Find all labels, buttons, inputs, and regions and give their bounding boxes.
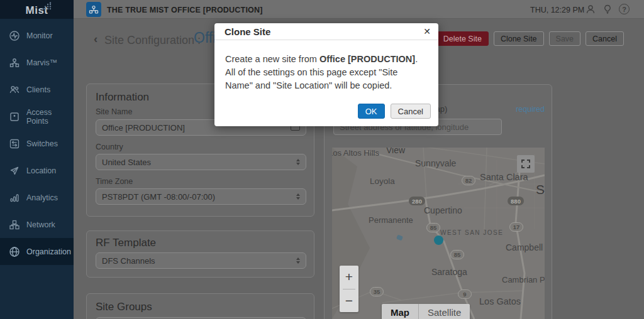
map-label-mountain-view-partial: View <box>386 148 405 155</box>
organization-icon <box>9 246 20 257</box>
whats-new-bulb-icon[interactable] <box>602 4 613 15</box>
site-location-map[interactable]: Los Altos Hills View Sunnyvale Loyola Sa… <box>332 148 545 319</box>
account-icon[interactable] <box>585 4 596 15</box>
map-label-san-jose-partial: S <box>536 182 545 197</box>
select-arrows-icon <box>296 257 300 264</box>
analytics-icon <box>9 192 20 203</box>
zoom-in-button[interactable]: + <box>340 266 358 289</box>
access-points-icon <box>9 111 20 122</box>
clone-site-modal: Clone Site ✕ Create a new site from Offi… <box>214 23 438 126</box>
clients-icon <box>9 84 20 95</box>
clone-site-button[interactable]: Clone Site <box>494 31 544 46</box>
route-badge-280: 280 <box>409 197 425 205</box>
page-title: Site Configuration : <box>104 34 201 47</box>
location-icon <box>9 165 20 176</box>
map-label-cupertino: Cupertino <box>424 205 462 215</box>
marvis-icon <box>9 57 20 68</box>
modal-title: Clone Site <box>225 26 270 37</box>
country-select[interactable]: United States <box>96 154 306 170</box>
map-label-los-gatos: Los Gatos <box>479 296 521 306</box>
sidebar-item-access-points[interactable]: Access Points <box>0 103 74 130</box>
route-badge-82: 82 <box>462 176 475 185</box>
sidebar-item-clients[interactable]: Clients <box>0 76 74 103</box>
route-badge-85: 85 <box>426 223 440 232</box>
route-badge-35: 35 <box>370 287 384 296</box>
sidebar-item-label: Location <box>26 166 56 175</box>
modal-buttons: OK Cancel <box>358 104 431 119</box>
timezone-value: PST8PDT (GMT -08:00/-07:00) <box>102 192 215 202</box>
map-label-permanente: Permanente <box>369 215 413 225</box>
map-label-loyola: Loyola <box>370 176 395 186</box>
sidebar-item-label: Analytics <box>26 193 58 202</box>
rf-template-select[interactable]: DFS Channels <box>96 252 306 269</box>
sidebar-item-marvis[interactable]: Marvis™ <box>0 49 74 76</box>
select-arrows-icon <box>296 159 300 165</box>
mist-logo-dots-icon <box>39 2 55 11</box>
sidebar-item-switches[interactable]: Switches <box>0 130 74 157</box>
map-label-saratoga: Saratoga <box>431 267 467 277</box>
sidebar-nav: Monitor Marvis™ Clients Access Points Sw… <box>0 22 74 265</box>
country-label: Country <box>96 143 123 151</box>
sidebar-item-organization[interactable]: Organization <box>0 238 74 265</box>
sidebar-item-label: Network <box>26 220 55 229</box>
modal-body-text: Create a new site from Office [PRODUCTIO… <box>214 40 438 92</box>
help-glyph: ? <box>622 6 626 13</box>
country-value: United States <box>102 158 151 167</box>
sidebar-item-monitor[interactable]: Monitor <box>0 22 74 49</box>
route-badge-85-south: 85 <box>450 250 464 259</box>
sidebar-item-label: Access Points <box>26 108 74 126</box>
sidebar-item-network[interactable]: Network <box>0 211 74 238</box>
map-label-sunnyvale: Sunnyvale <box>415 158 456 168</box>
modal-header: Clone Site ✕ <box>214 23 438 40</box>
close-icon[interactable]: ✕ <box>423 26 431 36</box>
help-icon[interactable]: ? <box>619 4 630 14</box>
header-clock: THU, 12:29 PM <box>530 6 584 14</box>
zoom-out-button[interactable]: − <box>340 289 358 313</box>
information-heading: Information <box>96 91 149 104</box>
back-chevron-icon[interactable]: ‹ <box>94 32 97 46</box>
map-view-button[interactable]: Map <box>382 304 419 319</box>
timezone-select[interactable]: PST8PDT (GMT -08:00/-07:00) <box>96 188 306 205</box>
rf-template-value: DFS Channels <box>102 256 155 266</box>
required-badge: required <box>491 105 545 114</box>
ok-button[interactable]: OK <box>358 104 385 119</box>
current-org-label[interactable]: THE TRUE MIST OFFICE [PRODUCTION] <box>107 6 263 14</box>
switches-icon <box>9 138 20 149</box>
map-label-santa-clara: Santa Clara <box>480 172 528 182</box>
save-button[interactable]: Save <box>549 31 581 46</box>
satellite-view-button[interactable]: Satellite <box>419 304 470 319</box>
sidebar-item-location[interactable]: Location <box>0 157 74 184</box>
sidebar: Mist Monitor Marvis™ Clients Access Poin… <box>0 0 74 319</box>
site-location-marker[interactable] <box>434 235 443 245</box>
site-name-label: Site Name <box>96 107 132 116</box>
sidebar-item-label: Switches <box>26 139 58 148</box>
network-icon <box>9 219 20 230</box>
sidebar-item-label: Marvis™ <box>26 58 57 67</box>
route-badge-17: 17 <box>509 222 523 232</box>
sidebar-item-analytics[interactable]: Analytics <box>0 184 74 211</box>
modal-text-site-name: Office [PRODUCTION] <box>319 54 415 64</box>
site-groups-heading: Site Groups <box>96 301 152 313</box>
map-label-campbell: Campbell <box>506 242 543 252</box>
map-type-control: Map Satellite <box>382 304 470 319</box>
site-name-value: Office [PRODUCTION] <box>102 123 185 132</box>
page-action-buttons: Delete Site Clone Site Save Cancel <box>436 31 624 46</box>
organization-badge-icon[interactable] <box>86 2 101 17</box>
monitor-icon <box>9 30 20 41</box>
map-zoom-control: + − <box>340 266 358 312</box>
sidebar-item-label: Organization <box>26 247 71 256</box>
modal-cancel-button[interactable]: Cancel <box>391 104 431 119</box>
map-fullscreen-button[interactable] <box>517 155 535 173</box>
map-label-los-altos-hills: Los Altos Hills <box>332 148 379 158</box>
map-label-cambrian-park: Cambrian Park <box>502 275 545 284</box>
select-arrows-icon <box>296 193 300 200</box>
sidebar-item-label: Clients <box>26 85 50 94</box>
delete-site-button[interactable]: Delete Site <box>436 31 489 46</box>
route-badge-9: 9 <box>458 289 472 299</box>
map-label-west-san-jose: WEST SAN JOSE <box>440 229 503 236</box>
rf-template-heading: RF Template <box>96 237 156 249</box>
timezone-label: Time Zone <box>96 177 133 186</box>
modal-text-pre: Create a new site from <box>225 54 319 64</box>
mist-logo[interactable]: Mist <box>0 0 74 19</box>
cancel-button[interactable]: Cancel <box>586 31 624 46</box>
